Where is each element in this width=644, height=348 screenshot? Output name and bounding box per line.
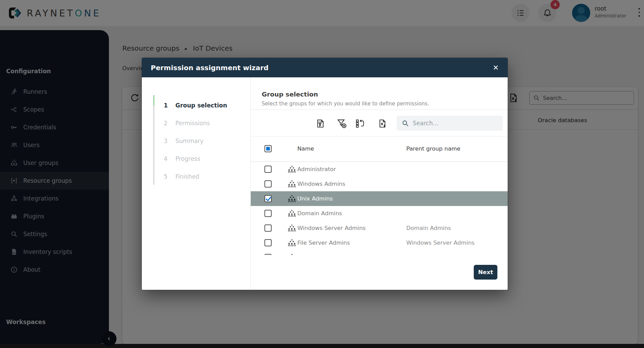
row-checkbox[interactable] <box>264 210 272 217</box>
group-icon <box>287 180 296 189</box>
export-xlsx-icon[interactable] <box>377 118 388 129</box>
step-permissions[interactable]: 2 Permissions <box>142 114 250 132</box>
table-row[interactable]: Administrator <box>251 162 508 177</box>
modal-search-input[interactable] <box>413 120 492 127</box>
row-checkbox[interactable] <box>264 180 272 188</box>
clear-filter-icon[interactable] <box>336 118 348 129</box>
group-icon <box>287 209 296 218</box>
next-button[interactable]: Next <box>474 265 497 280</box>
group-icon <box>287 194 296 203</box>
close-icon[interactable]: ✕ <box>493 64 499 72</box>
table-row-partial[interactable] <box>251 250 508 255</box>
step-subheading: Select the groups for which you would li… <box>262 101 429 107</box>
step-group-selection[interactable]: 1 Group selection <box>142 96 250 114</box>
group-icon <box>287 165 296 174</box>
step-heading: Group selection <box>262 91 318 98</box>
permission-wizard-modal: Permission assignment wizard ✕ 1 Group s… <box>142 58 508 290</box>
row-checkbox[interactable] <box>264 254 272 255</box>
group-icon <box>287 253 296 255</box>
table-header: Name Parent group name <box>251 136 508 162</box>
table-row[interactable]: Windows Admins <box>251 177 508 191</box>
group-icon <box>287 224 296 233</box>
modal-header: Permission assignment wizard ✕ <box>142 58 508 77</box>
select-all-checkbox[interactable] <box>264 145 272 152</box>
row-checkbox[interactable] <box>264 166 272 173</box>
group-table-body: Administrator Windows Admins Unix Admins <box>251 162 508 255</box>
table-row[interactable]: File Server Admins Windows Server Admins <box>251 235 508 250</box>
table-row[interactable]: Domain Admins <box>251 206 508 221</box>
table-row-selected[interactable]: Unix Admins <box>251 191 508 206</box>
heading-divider <box>251 109 508 110</box>
search-icon <box>401 119 409 127</box>
modal-search <box>397 116 503 131</box>
row-checkbox[interactable] <box>264 224 272 232</box>
filter-document-icon[interactable] <box>315 118 326 129</box>
wizard-content-panel: Group selection Select the groups for wh… <box>251 77 508 290</box>
step-progress[interactable]: 4 Progress <box>142 150 250 168</box>
column-name[interactable]: Name <box>297 145 314 152</box>
step-finished[interactable]: 5 Finished <box>142 168 250 185</box>
table-row[interactable]: Windows Server Admins Domain Admins <box>251 221 508 235</box>
column-chooser-icon[interactable] <box>354 118 366 129</box>
group-icon <box>287 239 296 247</box>
row-checkbox[interactable] <box>264 239 272 246</box>
column-parent-group-name[interactable]: Parent group name <box>406 145 460 152</box>
row-checkbox-checked[interactable] <box>264 195 272 202</box>
modal-title: Permission assignment wizard <box>151 64 269 72</box>
wizard-steps-panel: 1 Group selection 2 Permissions 3 Summar… <box>142 77 251 290</box>
step-summary[interactable]: 3 Summary <box>142 132 250 150</box>
